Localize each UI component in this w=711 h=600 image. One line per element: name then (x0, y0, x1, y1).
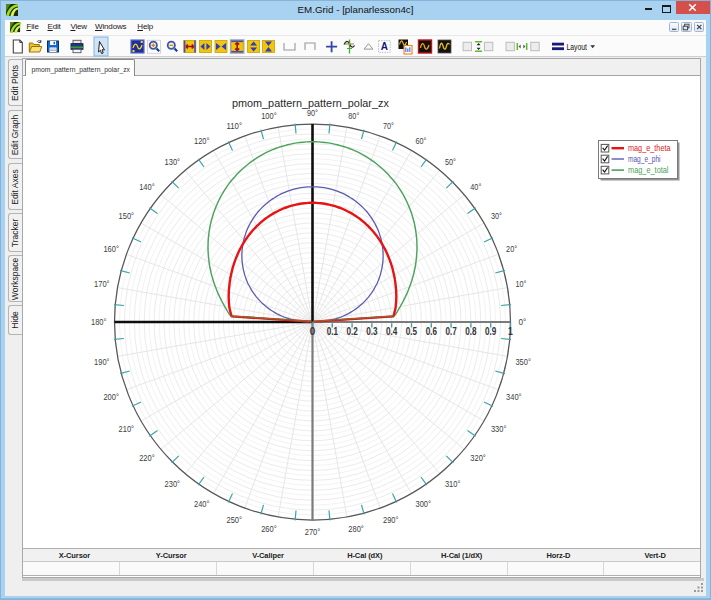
svg-text:290°: 290° (383, 514, 399, 524)
svg-text:mag_e_theta: mag_e_theta (628, 143, 671, 153)
svg-text:150°: 150° (118, 211, 134, 221)
svg-text:0.6: 0.6 (425, 326, 437, 337)
svg-text:50°: 50° (444, 156, 455, 166)
svg-text:A: A (381, 41, 388, 52)
svg-text:260°: 260° (261, 523, 277, 533)
svg-text:230°: 230° (164, 478, 180, 488)
svg-text:mag_e_phi: mag_e_phi (628, 154, 661, 164)
svg-text:0.4: 0.4 (386, 326, 398, 337)
svg-text:0.9: 0.9 (485, 326, 497, 337)
svg-text:180°: 180° (91, 317, 107, 327)
svg-text:90°: 90° (307, 108, 318, 118)
svg-text:10°: 10° (515, 278, 526, 288)
svg-text:170°: 170° (94, 278, 110, 288)
svg-text:80°: 80° (348, 111, 359, 121)
svg-text:0.1: 0.1 (326, 326, 338, 337)
svg-text:240°: 240° (194, 499, 210, 509)
svg-text:330°: 330° (490, 424, 506, 434)
svg-text:0.7: 0.7 (445, 326, 457, 337)
svg-text:0.8: 0.8 (465, 326, 477, 337)
svg-text:Layout: Layout (567, 41, 588, 51)
svg-text:300°: 300° (415, 499, 431, 509)
svg-text:250°: 250° (226, 514, 242, 524)
svg-text:210°: 210° (118, 424, 134, 434)
svg-text:130°: 130° (164, 156, 180, 166)
svg-text:280°: 280° (348, 523, 364, 533)
svg-text:40°: 40° (470, 181, 481, 191)
svg-text:120°: 120° (194, 135, 210, 145)
svg-text:100°: 100° (261, 111, 277, 121)
svg-text:mag_e_total: mag_e_total (628, 165, 669, 175)
svg-text:270°: 270° (304, 527, 320, 537)
svg-text:0.2: 0.2 (346, 326, 358, 337)
svg-text:340°: 340° (506, 391, 522, 401)
svg-text:320°: 320° (470, 453, 486, 463)
svg-text:140°: 140° (139, 181, 155, 191)
svg-text:30°: 30° (490, 211, 501, 221)
svg-text:pmom_pattern_pattern_polar_zx: pmom_pattern_pattern_polar_zx (31, 65, 130, 74)
svg-text:220°: 220° (139, 453, 155, 463)
svg-text:0°: 0° (518, 317, 526, 327)
svg-text:310°: 310° (444, 478, 460, 488)
svg-text:0.3: 0.3 (366, 326, 378, 337)
svg-text:70°: 70° (383, 120, 394, 130)
svg-text:0.5: 0.5 (405, 326, 417, 337)
svg-text:350°: 350° (515, 356, 531, 366)
svg-text:pmom_pattern_pattern_polar_zx: pmom_pattern_pattern_polar_zx (231, 97, 388, 109)
svg-text:160°: 160° (103, 243, 119, 253)
svg-text:60°: 60° (415, 135, 426, 145)
svg-text:190°: 190° (94, 356, 110, 366)
svg-text:20°: 20° (506, 243, 517, 253)
svg-text:200°: 200° (103, 391, 119, 401)
svg-text:0: 0 (309, 326, 315, 337)
svg-text:110°: 110° (226, 120, 242, 130)
svg-text:1: 1 (508, 326, 513, 337)
